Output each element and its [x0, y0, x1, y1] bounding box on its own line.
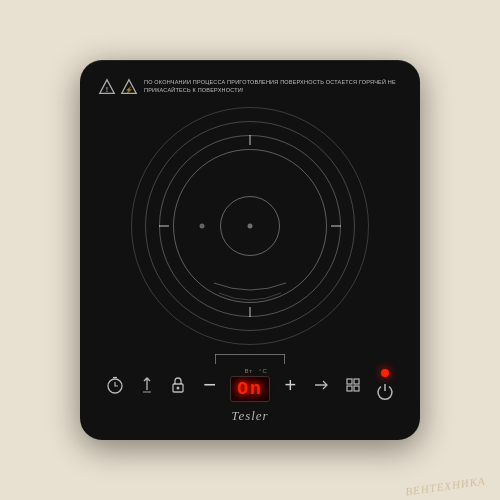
control-panel: − Вт °C On +	[98, 354, 402, 402]
unit-row: Вт °C	[245, 368, 268, 374]
lock-button[interactable]	[167, 374, 189, 396]
timer-icon	[104, 374, 126, 396]
left-indicator-dot	[200, 224, 205, 229]
svg-rect-8	[354, 379, 359, 384]
controls-row: − Вт °C On +	[98, 368, 402, 402]
watt-unit: Вт	[245, 368, 254, 374]
minus-icon: −	[199, 374, 221, 396]
display-bracket	[215, 354, 285, 366]
induction-cooktop: ! ⚡ ПО ОКОНЧАНИИ ПРОЦЕССА ПРИГОТОВЛЕНИЯ …	[80, 60, 420, 440]
warning-icon-1: !	[98, 78, 116, 96]
celsius-unit: °C	[259, 368, 268, 374]
cooking-zone	[130, 106, 370, 346]
warning-icon-2: ⚡	[120, 78, 138, 96]
arrow-icon	[311, 374, 333, 396]
warning-area: ! ⚡ ПО ОКОНЧАНИИ ПРОЦЕССА ПРИГОТОВЛЕНИЯ …	[98, 78, 402, 96]
timer-button[interactable]	[104, 374, 126, 396]
boost-icon	[136, 374, 158, 396]
svg-text:!: !	[106, 85, 108, 94]
power-section	[374, 369, 396, 402]
seg-display: On	[230, 376, 270, 402]
watermark: ВЕНТЕХНИКА	[405, 474, 487, 497]
display-value: On	[237, 379, 263, 399]
warning-icons: ! ⚡	[98, 78, 138, 96]
power-icon	[374, 380, 396, 402]
brand-label: Tesler	[231, 408, 268, 424]
plus-button[interactable]: +	[279, 374, 301, 396]
center-dot	[248, 224, 253, 229]
power-indicator	[381, 369, 389, 377]
lock-icon	[167, 374, 189, 396]
display-area: Вт °C On	[230, 368, 270, 402]
svg-text:⚡: ⚡	[125, 86, 133, 94]
minus-button[interactable]: −	[199, 374, 221, 396]
preset-icon	[342, 374, 364, 396]
svg-point-6	[177, 387, 180, 390]
brand-area: Tesler	[231, 408, 268, 424]
svg-rect-7	[347, 379, 352, 384]
preset-button[interactable]	[342, 374, 364, 396]
boost-button[interactable]	[136, 374, 158, 396]
plus-icon: +	[279, 374, 301, 396]
function-button[interactable]	[311, 374, 333, 396]
warning-text: ПО ОКОНЧАНИИ ПРОЦЕССА ПРИГОТОВЛЕНИЯ ПОВЕ…	[144, 78, 402, 95]
svg-rect-9	[347, 386, 352, 391]
power-button[interactable]	[374, 380, 396, 402]
svg-rect-10	[354, 386, 359, 391]
